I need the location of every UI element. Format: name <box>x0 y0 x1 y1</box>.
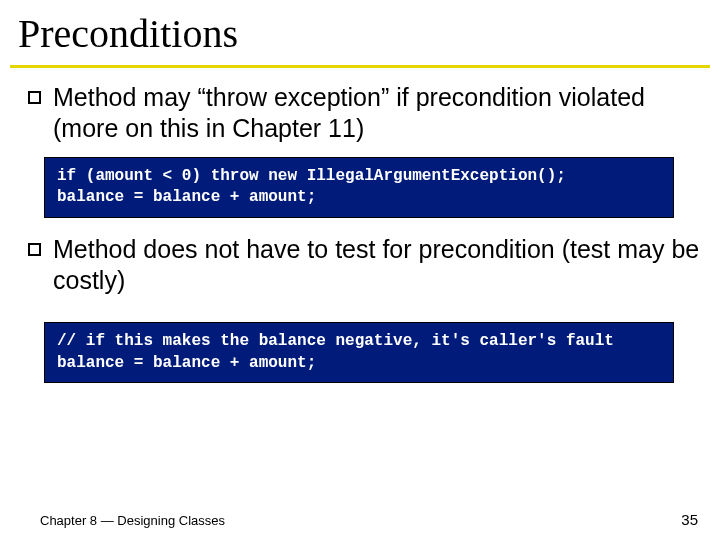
slide: Preconditions Method may “throw exceptio… <box>0 0 720 540</box>
slide-title: Preconditions <box>0 0 720 65</box>
bullet-text: Method does not have to test for precond… <box>53 234 700 297</box>
page-number: 35 <box>681 511 698 528</box>
bullet-square-icon <box>28 91 41 104</box>
code-block: if (amount < 0) throw new IllegalArgumen… <box>44 157 674 218</box>
code-block: // if this makes the balance negative, i… <box>44 322 674 383</box>
bullet-item: Method may “throw exception” if precondi… <box>28 82 700 145</box>
slide-content: Method may “throw exception” if precondi… <box>0 68 720 383</box>
slide-footer: Chapter 8 — Designing Classes 35 <box>40 511 698 528</box>
bullet-item: Method does not have to test for precond… <box>28 234 700 297</box>
bullet-text: Method may “throw exception” if precondi… <box>53 82 700 145</box>
footer-left: Chapter 8 — Designing Classes <box>40 513 225 528</box>
bullet-square-icon <box>28 243 41 256</box>
